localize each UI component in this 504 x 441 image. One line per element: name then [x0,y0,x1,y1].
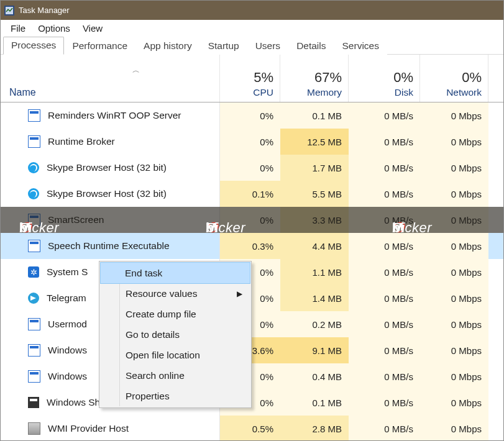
cell-cpu: 0.1% [220,181,280,207]
table-row[interactable]: SmartScreen0%3.3 MB0 MB/s0 MbpsM❍biPicke… [1,207,503,233]
menu-file[interactable]: File [4,22,32,35]
column-cpu-label: CPU [253,87,273,98]
cell-disk: 0 MB/s [349,233,420,259]
process-name: SmartScreen [48,214,104,225]
cell-disk: 0 MB/s [349,337,420,363]
process-name: Speech Runtime Executable [48,240,170,252]
cell-net: 0 Mbps [420,311,488,337]
cell-disk: 0 MB/s [349,285,420,311]
ctx-properties[interactable]: Properties [101,386,250,406]
process-name-cell: Speech Runtime Executable [1,233,220,259]
cell-cpu: 0% [220,129,280,155]
tab-services[interactable]: Services [334,37,387,55]
cell-mem: 1.7 MB [280,155,349,181]
generic-icon [28,135,40,148]
memory-total: 67% [314,70,342,86]
column-network-label: Network [446,87,482,98]
table-row[interactable]: WMI Provider Host0.5%2.8 MB0 MB/s0 Mbps [1,416,503,441]
titlebar[interactable]: Task Manager [1,1,503,20]
cell-net: 0 Mbps [420,285,488,311]
menu-view[interactable]: View [76,22,109,35]
cell-disk: 0 MB/s [349,363,420,389]
process-grid: ︿ Name 5% CPU 67% Memory 0% Disk 0% Netw… [1,55,503,441]
cell-mem: 12.5 MB [280,129,349,155]
cell-net: 0 Mbps [420,207,488,233]
table-row[interactable]: Reminders WinRT OOP Server0%0.1 MB0 MB/s… [1,102,503,129]
table-row[interactable]: Telegram0%1.4 MB0 MB/s0 Mbps [1,285,503,311]
cell-net: 0 Mbps [420,129,488,155]
cell-mem: 2.8 MB [280,416,349,441]
column-name-label: Name [9,87,219,98]
column-disk[interactable]: 0% Disk [349,55,420,102]
tg-icon [28,293,39,304]
table-row[interactable]: System S0%1.1 MB0 MB/s0 Mbps [1,259,503,285]
sort-ascending-icon: ︿ [132,65,140,76]
process-name-cell: Runtime Broker [1,129,220,155]
process-name: Windows [48,371,87,382]
table-row[interactable]: Skype Browser Host (32 bit)0.1%5.5 MB0 M… [1,181,503,207]
tab-app-history[interactable]: App history [135,37,200,55]
ctx-resource-values[interactable]: Resource values ▶ [101,283,250,304]
table-row[interactable]: Windows0%0.4 MB0 MB/s0 Mbps [1,363,503,389]
cell-mem: 9.1 MB [280,337,349,363]
context-menu: End task Resource values ▶ Create dump f… [99,261,252,408]
generic-icon [28,370,40,383]
cell-net: 0 Mbps [420,337,488,363]
cell-disk: 0 MB/s [349,259,420,285]
process-name: Telegram [47,293,86,304]
skype-icon [28,162,39,173]
table-row[interactable]: Skype Browser Host (32 bit)0%1.7 MB0 MB/… [1,155,503,181]
cell-net: 0 Mbps [420,363,488,389]
tab-users[interactable]: Users [247,37,288,55]
tab-startup[interactable]: Startup [200,37,247,55]
cell-mem: 0.4 MB [280,363,349,389]
column-name[interactable]: ︿ Name [1,55,220,102]
column-memory[interactable]: 67% Memory [280,55,349,102]
tab-processes[interactable]: Processes [3,37,64,55]
process-name-cell: WMI Provider Host [1,416,220,441]
disk-total: 0% [393,70,413,86]
cell-net: 0 Mbps [420,155,488,181]
cell-net: 0 Mbps [420,233,488,259]
task-manager-window: Task Manager File Options View Processes… [0,0,504,441]
cell-net: 0 Mbps [420,389,488,416]
cell-mem: 0.1 MB [280,389,349,416]
cell-cpu: 0% [220,207,280,233]
process-name-cell: Skype Browser Host (32 bit) [1,181,220,207]
tab-performance[interactable]: Performance [64,37,135,55]
tabstrip: Processes Performance App history Startu… [1,37,503,55]
table-row[interactable]: Windows3.6%9.1 MB0 MB/s0 Mbps [1,337,503,363]
generic-icon [28,318,40,330]
process-name: System S [47,266,88,278]
table-row[interactable]: Usermod0%0.2 MB0 MB/s0 Mbps [1,311,503,337]
cell-cpu: 0.5% [220,416,280,441]
submenu-arrow-icon: ▶ [237,289,242,298]
cell-disk: 0 MB/s [349,129,420,155]
cell-disk: 0 MB/s [349,311,420,337]
cell-disk: 0 MB/s [349,155,420,181]
generic-icon [28,214,40,226]
cell-net: 0 Mbps [420,181,488,207]
column-headers: ︿ Name 5% CPU 67% Memory 0% Disk 0% Netw… [1,55,503,102]
ctx-go-to-details[interactable]: Go to details [101,324,250,345]
cell-mem: 1.1 MB [280,259,349,285]
ctx-create-dump[interactable]: Create dump file [101,304,250,324]
window-title: Task Manager [19,6,70,15]
process-name: Runtime Broker [48,136,115,147]
column-network[interactable]: 0% Network [420,55,488,102]
ctx-search-online[interactable]: Search online [101,365,250,386]
generic-icon [28,344,40,357]
table-row[interactable]: Runtime Broker0%12.5 MB0 MB/s0 Mbps [1,129,503,155]
process-name: Windows [48,345,87,356]
ctx-open-file-location[interactable]: Open file location [101,345,250,365]
cell-mem: 1.4 MB [280,285,349,311]
table-row[interactable]: Speech Runtime Executable0.3%4.4 MB0 MB/… [1,233,503,259]
tab-details[interactable]: Details [288,37,334,55]
cell-disk: 0 MB/s [349,102,420,129]
table-row[interactable]: Windows Shell Experience Host0%0.1 MB0 M… [1,389,503,416]
menu-options[interactable]: Options [32,22,76,35]
cell-mem: 3.3 MB [280,207,349,233]
column-cpu[interactable]: 5% CPU [220,55,280,102]
process-name-cell: Reminders WinRT OOP Server [1,102,220,129]
ctx-end-task[interactable]: End task [100,262,250,284]
